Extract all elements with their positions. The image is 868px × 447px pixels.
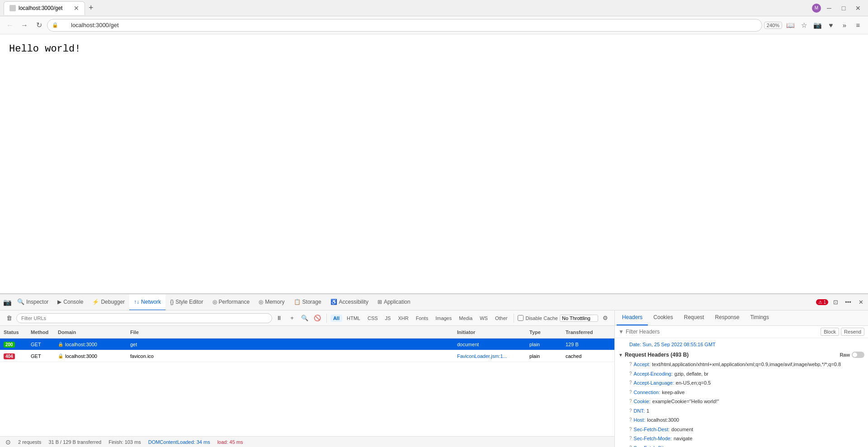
filter-xhr-button[interactable]: XHR (395, 315, 411, 322)
file-cell: favicon.ico (130, 353, 457, 359)
tab-memory[interactable]: ◎ Memory (254, 294, 289, 311)
filter-html-button[interactable]: HTML (344, 315, 363, 322)
header-name: Cookie: (634, 398, 651, 405)
section-toggle-icon: ▼ (618, 353, 623, 358)
help-icon[interactable]: ? (629, 361, 632, 367)
pause-recording-button[interactable]: ⏸ (274, 313, 285, 324)
filter-ws-button[interactable]: WS (477, 315, 491, 322)
tab-close-button[interactable]: ✕ (74, 5, 79, 11)
help-icon[interactable]: ? (629, 389, 632, 395)
network-icon: ↑↓ (134, 299, 139, 305)
header-name: Sec-Fetch-Site: (634, 444, 668, 447)
tab-cookies[interactable]: Cookies (648, 311, 678, 325)
disable-cache-checkbox[interactable] (518, 315, 524, 321)
tab-timings[interactable]: Timings (745, 311, 774, 325)
help-icon[interactable]: ? (629, 398, 632, 405)
requests-count: 2 requests (18, 439, 41, 445)
tab-storage[interactable]: 📋 Storage (289, 294, 326, 311)
pocket-button[interactable]: ♥ (825, 19, 837, 32)
tab-application[interactable]: ⊞ Application (373, 294, 415, 311)
tab-response[interactable]: Response (709, 311, 745, 325)
header-row: ? Accept-Encoding: gzip, deflate, br (615, 369, 868, 379)
help-icon[interactable]: ? (629, 426, 632, 433)
profile-icon[interactable]: M (812, 4, 821, 13)
request-headers-section[interactable]: ▼ Request Headers (493 B) Raw (615, 349, 868, 360)
tab-performance[interactable]: ◎ Performance (208, 294, 255, 311)
help-icon[interactable]: ? (629, 416, 632, 423)
add-filter-button[interactable]: + (287, 313, 297, 324)
filter-images-button[interactable]: Images (433, 315, 454, 322)
filter-js-button[interactable]: JS (382, 315, 394, 322)
headers-panel: Headers Cookies Request Response Timings… (615, 311, 868, 447)
help-icon[interactable]: ? (629, 370, 632, 377)
help-icon[interactable]: ? (629, 444, 632, 447)
tab-request[interactable]: Request (679, 311, 710, 325)
table-row[interactable]: 404 GET 🔒localhost:3000 favicon.ico Favi… (0, 350, 614, 362)
settings-button[interactable]: ⚙ (600, 313, 611, 324)
devtools-screenshot-btn[interactable]: 📷 (2, 297, 13, 308)
filter-fonts-button[interactable]: Fonts (413, 315, 431, 322)
page-content: Hello world! (0, 34, 868, 293)
headers-filter-input[interactable] (626, 329, 819, 335)
header-row: ? DNT: 1 (615, 406, 868, 416)
back-button[interactable]: ← (4, 19, 16, 32)
menu-button[interactable]: ≡ (852, 19, 864, 32)
forward-button[interactable]: → (18, 19, 31, 32)
network-status-bar: ⊙ 2 requests 31 B / 129 B transferred Fi… (0, 436, 614, 447)
tab-headers[interactable]: Headers (617, 311, 648, 325)
tab-style-editor[interactable]: {} Style Editor (165, 294, 208, 311)
search-button[interactable]: 🔍 (299, 313, 310, 324)
filter-media-button[interactable]: Media (456, 315, 475, 322)
url-bar[interactable]: 🔒 localhost:3000/get (47, 19, 762, 32)
reader-view-button[interactable]: 📖 (784, 19, 797, 32)
tab-console[interactable]: ▶ Console (53, 294, 88, 311)
help-icon[interactable]: ? (629, 407, 632, 414)
screenshots-button[interactable]: 📷 (811, 19, 824, 32)
block-requests-button[interactable]: 🚫 (312, 313, 323, 324)
active-tab[interactable]: localhost:3000/get ✕ (4, 1, 85, 15)
hello-world-text: Hello world! (9, 43, 859, 55)
header-domain: Domain (58, 329, 130, 335)
resend-button[interactable]: Resend (841, 328, 864, 336)
filter-urls-input[interactable] (16, 313, 272, 323)
tab-debugger[interactable]: ⚡ Debugger (88, 294, 129, 311)
filter-all-button[interactable]: All (330, 315, 342, 322)
initiator-cell: document (457, 342, 529, 347)
more-tools-button[interactable]: » (838, 19, 851, 32)
header-row: ? Sec-Fetch-Dest: document (615, 425, 868, 434)
reload-button[interactable]: ↻ (33, 19, 45, 32)
header-row: ? Connection: keep-alive (615, 388, 868, 397)
url-security-icon: 🔒 (52, 22, 58, 28)
block-button[interactable]: Block (821, 328, 839, 336)
help-icon[interactable]: ? (629, 379, 632, 386)
help-icon[interactable]: ? (629, 435, 632, 442)
status-200-badge: 200 (4, 342, 15, 348)
console-label: Console (63, 299, 83, 305)
throttle-select[interactable]: No Throttling (560, 315, 598, 322)
tab-inspector[interactable]: 🔍 Inspector (13, 294, 53, 311)
minimize-button[interactable]: ─ (823, 2, 835, 14)
zoom-badge[interactable]: 240% (764, 22, 782, 29)
disable-cache-label[interactable]: Disable Cache (518, 315, 558, 321)
restore-button[interactable]: □ (837, 2, 850, 14)
raw-toggle-switch[interactable] (852, 352, 864, 358)
close-button[interactable]: ✕ (852, 2, 864, 14)
filter-css-button[interactable]: CSS (365, 315, 381, 322)
header-value: text/html,application/xhtml+xml,applicat… (652, 361, 841, 368)
devtools-toolbar: 📷 🔍 Inspector ▶ Console ⚡ Debugger ↑↓ Ne… (0, 294, 868, 311)
load-time: load: 45 ms (217, 439, 243, 445)
header-name: Accept: (634, 361, 651, 368)
tab-accessibility[interactable]: ♿ Accessibility (326, 294, 373, 311)
bookmark-button[interactable]: ☆ (797, 19, 810, 32)
clear-requests-button[interactable]: 🗑 (4, 313, 14, 324)
table-row[interactable]: 200 GET 🔒localhost:3000 get document pla… (0, 339, 614, 350)
new-tab-button[interactable]: + (86, 3, 96, 13)
filter-other-button[interactable]: Other (492, 315, 510, 322)
style-editor-label: Style Editor (175, 299, 203, 305)
devtools-close-btn[interactable]: ✕ (855, 297, 866, 308)
raw-toggle[interactable]: Raw (840, 352, 864, 358)
devtools-more-btn[interactable]: ••• (843, 297, 854, 308)
transferred-size: 31 B / 129 B transferred (48, 439, 101, 445)
tab-network[interactable]: ↑↓ Network (129, 294, 165, 311)
devtools-split-btn[interactable]: ⊡ (830, 297, 841, 308)
